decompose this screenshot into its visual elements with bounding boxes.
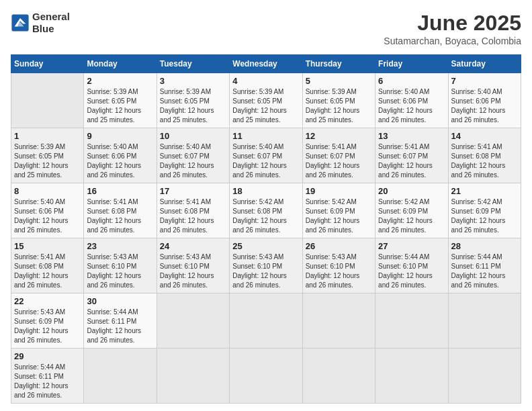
day-number: 27 <box>378 241 445 251</box>
calendar-subtitle: Sutamarchan, Boyaca, Colombia <box>384 36 521 46</box>
day-info: Sunrise: 5:39 AM Sunset: 6:05 PM Dayligh… <box>160 87 226 125</box>
day-number: 7 <box>451 76 518 86</box>
calendar-header-cell: Tuesday <box>157 55 229 73</box>
day-number: 6 <box>378 76 445 86</box>
day-info: Sunrise: 5:40 AM Sunset: 6:06 PM Dayligh… <box>378 87 445 125</box>
calendar-day-cell: 29Sunrise: 5:44 AM Sunset: 6:11 PM Dayli… <box>11 349 84 404</box>
calendar-day-cell: 24Sunrise: 5:43 AM Sunset: 6:10 PM Dayli… <box>157 238 229 293</box>
calendar-day-cell: 20Sunrise: 5:42 AM Sunset: 6:09 PM Dayli… <box>375 183 448 238</box>
calendar-day-cell: 14Sunrise: 5:41 AM Sunset: 6:08 PM Dayli… <box>448 128 521 183</box>
day-number: 8 <box>14 186 81 196</box>
day-info: Sunrise: 5:39 AM Sunset: 6:05 PM Dayligh… <box>232 87 299 125</box>
day-info: Sunrise: 5:44 AM Sunset: 6:11 PM Dayligh… <box>451 253 518 290</box>
calendar-table: SundayMondayTuesdayWednesdayThursdayFrid… <box>11 54 521 404</box>
day-info: Sunrise: 5:43 AM Sunset: 6:10 PM Dayligh… <box>160 253 226 290</box>
day-number: 24 <box>160 241 226 251</box>
calendar-day-cell: 16Sunrise: 5:41 AM Sunset: 6:08 PM Dayli… <box>84 183 157 238</box>
calendar-day-cell: 27Sunrise: 5:44 AM Sunset: 6:10 PM Dayli… <box>375 238 448 293</box>
calendar-day-cell <box>302 349 375 404</box>
calendar-week-row: 1Sunrise: 5:39 AM Sunset: 6:05 PM Daylig… <box>11 128 521 183</box>
calendar-day-cell: 8Sunrise: 5:40 AM Sunset: 6:06 PM Daylig… <box>11 183 84 238</box>
calendar-day-cell <box>11 73 84 128</box>
calendar-day-cell <box>375 349 448 404</box>
calendar-day-cell <box>230 349 302 404</box>
calendar-day-cell: 11Sunrise: 5:40 AM Sunset: 6:07 PM Dayli… <box>230 128 302 183</box>
day-number: 29 <box>14 351 81 361</box>
day-number: 23 <box>87 241 153 251</box>
day-info: Sunrise: 5:43 AM Sunset: 6:09 PM Dayligh… <box>14 308 81 345</box>
logo-line1: General <box>32 11 70 23</box>
calendar-header-cell: Sunday <box>11 55 84 73</box>
calendar-day-cell <box>302 293 375 349</box>
calendar-header-cell: Thursday <box>302 55 375 73</box>
day-number: 1 <box>14 131 81 141</box>
day-number: 17 <box>160 186 226 196</box>
day-info: Sunrise: 5:40 AM Sunset: 6:07 PM Dayligh… <box>160 142 226 180</box>
calendar-day-cell: 26Sunrise: 5:43 AM Sunset: 6:10 PM Dayli… <box>302 238 375 293</box>
calendar-day-cell: 15Sunrise: 5:41 AM Sunset: 6:08 PM Dayli… <box>11 238 84 293</box>
calendar-title: June 2025 <box>384 11 521 36</box>
calendar-day-cell <box>375 293 448 349</box>
day-number: 19 <box>306 186 372 196</box>
day-info: Sunrise: 5:43 AM Sunset: 6:10 PM Dayligh… <box>87 253 153 290</box>
calendar-day-cell: 9Sunrise: 5:40 AM Sunset: 6:06 PM Daylig… <box>84 128 157 183</box>
day-info: Sunrise: 5:44 AM Sunset: 6:10 PM Dayligh… <box>378 253 445 290</box>
logo: General Blue <box>11 11 70 35</box>
day-info: Sunrise: 5:44 AM Sunset: 6:11 PM Dayligh… <box>14 363 81 400</box>
calendar-day-cell <box>84 349 157 404</box>
day-info: Sunrise: 5:42 AM Sunset: 6:09 PM Dayligh… <box>451 197 518 235</box>
calendar-day-cell: 21Sunrise: 5:42 AM Sunset: 6:09 PM Dayli… <box>448 183 521 238</box>
day-number: 4 <box>232 76 299 86</box>
calendar-header-cell: Monday <box>84 55 157 73</box>
day-info: Sunrise: 5:41 AM Sunset: 6:07 PM Dayligh… <box>306 142 372 180</box>
day-number: 25 <box>232 241 299 251</box>
day-number: 28 <box>451 241 518 251</box>
calendar-header-cell: Wednesday <box>230 55 302 73</box>
calendar-day-cell: 12Sunrise: 5:41 AM Sunset: 6:07 PM Dayli… <box>302 128 375 183</box>
day-info: Sunrise: 5:39 AM Sunset: 6:05 PM Dayligh… <box>14 142 81 180</box>
day-number: 9 <box>87 131 153 141</box>
day-number: 20 <box>378 186 445 196</box>
calendar-day-cell <box>157 349 229 404</box>
day-info: Sunrise: 5:41 AM Sunset: 6:08 PM Dayligh… <box>451 142 518 180</box>
day-number: 12 <box>306 131 372 141</box>
day-info: Sunrise: 5:40 AM Sunset: 6:06 PM Dayligh… <box>451 87 518 125</box>
calendar-day-cell: 3Sunrise: 5:39 AM Sunset: 6:05 PM Daylig… <box>157 73 229 128</box>
day-number: 10 <box>160 131 226 141</box>
day-info: Sunrise: 5:43 AM Sunset: 6:10 PM Dayligh… <box>306 253 372 290</box>
day-info: Sunrise: 5:42 AM Sunset: 6:09 PM Dayligh… <box>306 197 372 235</box>
day-info: Sunrise: 5:41 AM Sunset: 6:08 PM Dayligh… <box>87 197 153 235</box>
calendar-week-row: 2Sunrise: 5:39 AM Sunset: 6:05 PM Daylig… <box>11 73 521 128</box>
day-info: Sunrise: 5:40 AM Sunset: 6:06 PM Dayligh… <box>14 197 81 235</box>
calendar-header-row: SundayMondayTuesdayWednesdayThursdayFrid… <box>11 55 521 73</box>
day-info: Sunrise: 5:39 AM Sunset: 6:05 PM Dayligh… <box>306 87 372 125</box>
header: General Blue June 2025 Sutamarchan, Boya… <box>11 11 521 46</box>
calendar-day-cell: 4Sunrise: 5:39 AM Sunset: 6:05 PM Daylig… <box>230 73 302 128</box>
calendar-day-cell: 22Sunrise: 5:43 AM Sunset: 6:09 PM Dayli… <box>11 293 84 349</box>
calendar-day-cell: 25Sunrise: 5:43 AM Sunset: 6:10 PM Dayli… <box>230 238 302 293</box>
calendar-day-cell: 19Sunrise: 5:42 AM Sunset: 6:09 PM Dayli… <box>302 183 375 238</box>
calendar-week-row: 29Sunrise: 5:44 AM Sunset: 6:11 PM Dayli… <box>11 349 521 404</box>
calendar-day-cell: 10Sunrise: 5:40 AM Sunset: 6:07 PM Dayli… <box>157 128 229 183</box>
calendar-day-cell: 2Sunrise: 5:39 AM Sunset: 6:05 PM Daylig… <box>84 73 157 128</box>
calendar-day-cell: 6Sunrise: 5:40 AM Sunset: 6:06 PM Daylig… <box>375 73 448 128</box>
day-info: Sunrise: 5:43 AM Sunset: 6:10 PM Dayligh… <box>232 253 299 290</box>
logo-text: General Blue <box>32 11 70 35</box>
day-info: Sunrise: 5:41 AM Sunset: 6:08 PM Dayligh… <box>160 197 226 235</box>
day-info: Sunrise: 5:44 AM Sunset: 6:11 PM Dayligh… <box>87 308 153 345</box>
calendar-day-cell: 7Sunrise: 5:40 AM Sunset: 6:06 PM Daylig… <box>448 73 521 128</box>
title-area: June 2025 Sutamarchan, Boyaca, Colombia <box>384 11 521 46</box>
day-number: 15 <box>14 241 81 251</box>
day-info: Sunrise: 5:40 AM Sunset: 6:06 PM Dayligh… <box>87 142 153 180</box>
day-number: 22 <box>14 296 81 306</box>
day-number: 30 <box>87 296 153 306</box>
day-number: 11 <box>232 131 299 141</box>
logo-line2: Blue <box>32 23 70 35</box>
day-number: 13 <box>378 131 445 141</box>
calendar-week-row: 8Sunrise: 5:40 AM Sunset: 6:06 PM Daylig… <box>11 183 521 238</box>
calendar-day-cell <box>448 293 521 349</box>
calendar-day-cell: 13Sunrise: 5:41 AM Sunset: 6:07 PM Dayli… <box>375 128 448 183</box>
day-number: 3 <box>160 76 226 86</box>
calendar-day-cell: 18Sunrise: 5:42 AM Sunset: 6:08 PM Dayli… <box>230 183 302 238</box>
calendar-day-cell: 30Sunrise: 5:44 AM Sunset: 6:11 PM Dayli… <box>84 293 157 349</box>
